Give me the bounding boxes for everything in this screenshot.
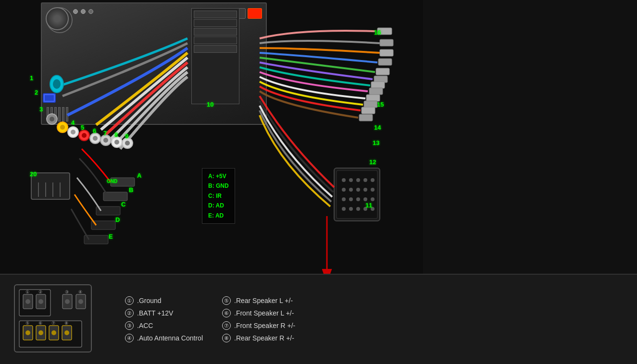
svg-text:①: ①	[25, 290, 29, 294]
svg-point-78	[38, 330, 43, 335]
bottom-item-1: ① .Ground	[125, 296, 203, 305]
label-D: D	[115, 216, 120, 223]
label-20: 20	[30, 170, 37, 178]
info-line-c: C: IR	[208, 191, 229, 201]
label-5: 5	[81, 124, 84, 131]
bottom-circle-1: ①	[125, 296, 134, 305]
svg-point-21	[356, 188, 360, 192]
bottom-text-8: .Rear Speaker R +/-	[234, 334, 294, 342]
bottom-text-5: .Rear Speaker L +/-	[234, 297, 293, 304]
info-line-b: B: GND	[208, 181, 229, 191]
bottom-item-5: ⑤ .Rear Speaker L +/-	[222, 296, 295, 305]
bottom-item-2: ② .BATT +12V	[125, 309, 203, 317]
bottom-right-labels: ⑤ .Rear Speaker L +/- ⑥ .Front Speaker L…	[222, 296, 295, 342]
label-2: 2	[35, 89, 38, 96]
bottom-item-8: ⑧ .Rear Speaker R +/-	[222, 334, 295, 342]
svg-point-72	[38, 299, 43, 304]
label-6: 6	[93, 127, 96, 134]
svg-point-18	[371, 178, 375, 182]
svg-rect-2	[380, 49, 393, 56]
label-1: 1	[30, 74, 33, 82]
svg-point-81	[51, 330, 56, 335]
bottom-text-3: .ACC	[137, 322, 153, 329]
svg-rect-7	[369, 88, 383, 95]
info-line-e: E: AD	[208, 211, 229, 220]
svg-text:④: ④	[78, 290, 82, 294]
connector-diagram: ① ② ⑤ ⑥ ⑦ ⑧ ③	[10, 280, 106, 359]
svg-point-29	[342, 207, 346, 211]
bottom-circle-6: ⑥	[222, 309, 231, 317]
bottom-circle-5: ⑤	[222, 296, 231, 305]
svg-point-16	[356, 178, 360, 182]
svg-point-17	[363, 178, 367, 182]
svg-rect-4	[376, 68, 389, 75]
svg-point-56	[103, 138, 108, 143]
svg-point-28	[371, 197, 375, 201]
svg-text:⑧: ⑧	[64, 321, 68, 326]
label-14: 14	[374, 124, 381, 131]
svg-point-20	[349, 188, 353, 192]
svg-point-27	[363, 197, 367, 201]
svg-point-90	[78, 299, 83, 304]
svg-point-26	[356, 197, 360, 201]
label-16: 16	[374, 29, 381, 36]
label-C: C	[121, 201, 125, 208]
label-8: 8	[114, 131, 118, 138]
svg-rect-10	[362, 107, 375, 114]
svg-rect-11	[359, 114, 373, 121]
svg-point-25	[349, 197, 353, 201]
svg-text:⑤: ⑤	[25, 321, 29, 326]
svg-rect-62	[45, 95, 54, 101]
svg-point-52	[82, 133, 87, 138]
svg-text:③: ③	[65, 290, 69, 294]
label-E: E	[109, 233, 113, 240]
svg-rect-35	[31, 173, 70, 199]
main-container: 1 2 3 4 5 6 7 8 9 10 11 12 13 14 15 16 2…	[0, 0, 637, 364]
bottom-circle-2: ②	[125, 309, 134, 317]
svg-point-75	[25, 330, 30, 335]
bottom-left-labels: ① .Ground ② .BATT +12V ③ .ACC ④ .Auto An…	[125, 296, 203, 342]
svg-rect-1	[380, 39, 393, 46]
svg-rect-3	[378, 59, 392, 65]
label-11: 11	[365, 202, 372, 209]
bottom-circle-8: ⑧	[222, 334, 231, 342]
top-section: 1 2 3 4 5 6 7 8 9 10 11 12 13 14 15 16 2…	[0, 0, 637, 274]
bottom-circle-3: ③	[125, 321, 134, 330]
svg-rect-6	[371, 82, 385, 88]
svg-point-14	[342, 178, 346, 182]
bottom-item-3: ③ .ACC	[125, 321, 203, 330]
svg-point-60	[125, 141, 130, 146]
label-A: A	[137, 172, 141, 179]
svg-point-87	[65, 299, 70, 304]
label-12: 12	[369, 158, 376, 166]
svg-point-24	[342, 197, 346, 201]
label-10: 10	[207, 101, 213, 108]
svg-point-46	[50, 117, 54, 121]
label-gnd: GND	[107, 179, 117, 184]
svg-rect-9	[364, 101, 377, 108]
svg-point-19	[342, 188, 346, 192]
svg-text:⑥: ⑥	[38, 321, 42, 326]
label-3: 3	[39, 106, 43, 113]
svg-rect-43	[91, 221, 115, 230]
svg-point-48	[60, 125, 65, 130]
bottom-item-6: ⑥ .Front Speaker L +/-	[222, 309, 295, 317]
label-13: 13	[373, 139, 379, 146]
bottom-text-1: .Ground	[137, 297, 162, 304]
svg-point-22	[363, 188, 367, 192]
svg-text:⑦: ⑦	[51, 321, 55, 326]
svg-point-69	[25, 299, 30, 304]
bottom-text-4: .Auto Antenna Control	[137, 334, 203, 342]
label-9: 9	[125, 133, 128, 140]
bottom-circle-4: ④	[125, 334, 134, 342]
svg-point-15	[349, 178, 353, 182]
info-line-d: D: AD	[208, 201, 229, 210]
svg-point-54	[93, 136, 98, 141]
svg-rect-13	[337, 170, 377, 218]
bottom-circle-7: ⑦	[222, 321, 231, 330]
bottom-item-4: ④ .Auto Antenna Control	[125, 334, 203, 342]
svg-text:②: ②	[38, 290, 42, 294]
label-15: 15	[377, 101, 384, 108]
bottom-item-7: ⑦ .Front Speaker R +/-	[222, 321, 295, 330]
label-B: B	[129, 186, 133, 194]
